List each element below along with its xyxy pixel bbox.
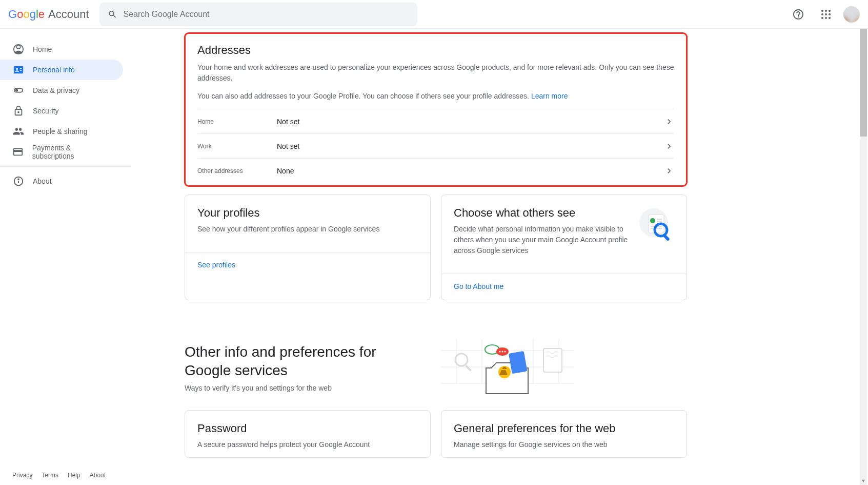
- scroll-down-button[interactable]: ▼: [860, 477, 867, 485]
- other-info-title: Other info and preferences for Google se…: [185, 343, 400, 380]
- sidebar-divider: [0, 166, 131, 167]
- svg-point-15: [18, 179, 19, 180]
- password-desc: A secure password helps protect your Goo…: [197, 439, 418, 450]
- addresses-description-2: You can also add addresses to your Googl…: [197, 91, 674, 102]
- lock-icon: [12, 105, 25, 117]
- row-value: Not set: [277, 142, 664, 150]
- header-bar: Google Account: [0, 0, 868, 29]
- sidebar-item-people-sharing[interactable]: People & sharing: [0, 121, 123, 142]
- others-desc: Decide what personal information you mak…: [454, 224, 629, 256]
- svg-rect-34: [543, 348, 562, 372]
- svg-text:Google: Google: [8, 8, 45, 21]
- see-profiles-link[interactable]: See profiles: [185, 252, 430, 278]
- home-icon: [12, 43, 25, 55]
- profiles-desc: See how your different profiles appear i…: [197, 224, 418, 235]
- profiles-title: Your profiles: [197, 206, 418, 220]
- learn-more-link[interactable]: Learn more: [531, 92, 568, 100]
- addresses-description-1: Your home and work addresses are used to…: [197, 62, 674, 84]
- sidebar-item-personal-info[interactable]: Personal info: [0, 60, 123, 80]
- other-info-subtitle: Ways to verify it's you and settings for…: [185, 384, 400, 392]
- general-prefs-card[interactable]: General preferences for the web Manage s…: [441, 410, 687, 458]
- people-icon: [12, 125, 25, 138]
- scrollbar-thumb[interactable]: [860, 29, 867, 137]
- svg-point-6: [829, 13, 831, 15]
- choose-others-card: Choose what others see Decide what perso…: [441, 195, 687, 300]
- svg-point-4: [821, 13, 823, 15]
- card-icon: [12, 146, 24, 158]
- two-column-cards: Your profiles See how your different pro…: [185, 195, 687, 308]
- footer-terms-link[interactable]: Terms: [42, 472, 58, 479]
- apps-button[interactable]: [816, 4, 836, 25]
- row-value: Not set: [277, 118, 664, 126]
- sidebar-item-home[interactable]: Home: [0, 39, 123, 60]
- svg-point-5: [825, 13, 827, 15]
- svg-point-18: [650, 218, 655, 223]
- sidebar-item-label: People & sharing: [33, 127, 88, 135]
- bottom-cards: Password A secure password helps protect…: [185, 410, 687, 466]
- search-input[interactable]: [123, 10, 409, 19]
- sidebar-item-label: Personal info: [33, 66, 75, 74]
- chevron-right-icon: [664, 166, 674, 176]
- svg-point-8: [825, 17, 827, 19]
- apps-grid-icon: [820, 8, 832, 21]
- footer-help-link[interactable]: Help: [68, 472, 80, 479]
- chevron-right-icon: [664, 117, 674, 127]
- addresses-card: Addresses Your home and work addresses a…: [185, 33, 687, 186]
- toggle-icon: [12, 84, 25, 96]
- help-button[interactable]: [788, 4, 809, 25]
- other-info-header: Other info and preferences for Google se…: [185, 339, 687, 396]
- header-actions: [788, 4, 860, 25]
- svg-rect-24: [663, 234, 670, 241]
- sidebar-item-payments[interactable]: Payments & subscriptions: [0, 142, 123, 162]
- main-content: Addresses Your home and work addresses a…: [144, 29, 708, 485]
- sidebar-item-security[interactable]: Security: [0, 101, 123, 121]
- sidebar-footer-links: Privacy Terms Help About: [12, 472, 106, 479]
- svg-point-38: [502, 351, 503, 353]
- row-label: Home: [197, 118, 277, 125]
- svg-point-1: [821, 10, 823, 12]
- svg-point-12: [16, 89, 18, 91]
- row-value: None: [277, 167, 664, 175]
- svg-rect-19: [657, 219, 662, 220]
- preferences-illustration-icon: [441, 339, 574, 396]
- sidebar-item-data-privacy[interactable]: Data & privacy: [0, 80, 123, 101]
- address-row-work[interactable]: Work Not set: [197, 133, 674, 158]
- row-label: Work: [197, 143, 277, 150]
- svg-point-7: [821, 17, 823, 19]
- sidebar-item-about[interactable]: About: [0, 171, 123, 191]
- prefs-desc: Manage settings for Google services on t…: [454, 439, 674, 450]
- go-to-about-me-link[interactable]: Go to About me: [441, 274, 687, 300]
- sidebar-item-label: Data & privacy: [33, 86, 79, 94]
- addresses-title: Addresses: [197, 44, 674, 57]
- svg-point-39: [504, 351, 506, 353]
- svg-rect-20: [657, 221, 662, 222]
- password-title: Password: [197, 422, 418, 435]
- product-name: Account: [48, 8, 89, 21]
- google-logo-icon: Google: [8, 8, 46, 21]
- password-card[interactable]: Password A secure password helps protect…: [185, 410, 431, 458]
- search-box[interactable]: [99, 3, 417, 26]
- help-icon: [792, 8, 804, 21]
- svg-point-3: [829, 10, 831, 12]
- prefs-title: General preferences for the web: [454, 422, 674, 435]
- sidebar-item-label: Payments & subscriptions: [32, 144, 111, 160]
- svg-point-37: [499, 351, 501, 353]
- svg-point-9: [829, 17, 831, 19]
- logo[interactable]: Google Account: [8, 8, 89, 21]
- svg-point-2: [825, 10, 827, 12]
- svg-rect-33: [465, 365, 472, 372]
- row-label: Other addresses: [197, 167, 277, 174]
- scrollbar-track[interactable]: ▲ ▼: [860, 29, 867, 485]
- footer-privacy-link[interactable]: Privacy: [12, 472, 32, 479]
- profile-search-illustration-icon: [637, 206, 674, 243]
- id-card-icon: [12, 64, 25, 76]
- chevron-right-icon: [664, 141, 674, 151]
- sidebar-item-label: About: [33, 177, 52, 185]
- sidebar-nav: Home Personal info Data & privacy Securi…: [0, 29, 144, 485]
- account-avatar[interactable]: [843, 6, 860, 23]
- footer-about-link[interactable]: About: [90, 472, 106, 479]
- info-icon: [12, 175, 25, 187]
- sidebar-item-label: Security: [33, 107, 59, 115]
- address-row-home[interactable]: Home Not set: [197, 109, 674, 133]
- address-row-other[interactable]: Other addresses None: [197, 158, 674, 183]
